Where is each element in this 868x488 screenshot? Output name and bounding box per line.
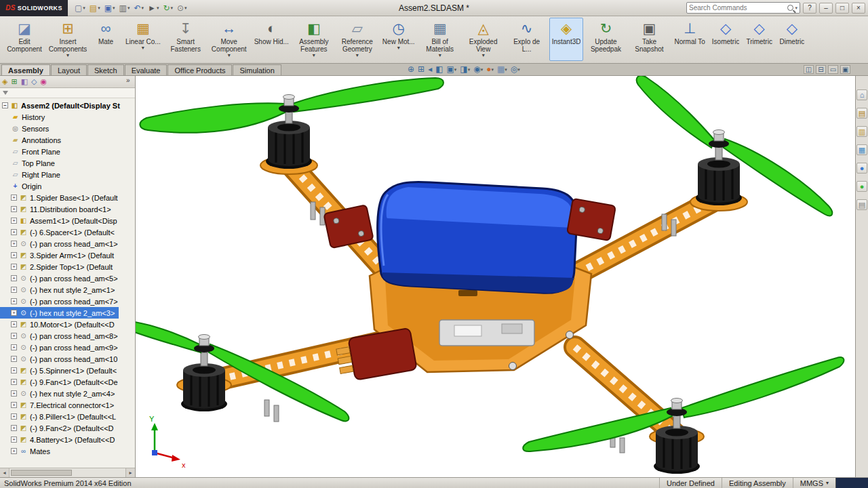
tree-item[interactable]: (-) pan cross head_am<1> <box>0 238 135 249</box>
expander-icon[interactable] <box>11 436 17 443</box>
quick-toolbar-button[interactable]: ▣ ▾ <box>103 1 117 15</box>
ribbon-button[interactable]: ↔ Move Component <box>208 18 250 61</box>
maximize-button[interactable]: □ <box>835 3 849 14</box>
dimxpertmanager-tab-icon[interactable]: ◇ <box>31 78 37 85</box>
ribbon-button[interactable]: ∞ Mate <box>90 18 121 61</box>
expander-icon[interactable] <box>11 287 17 293</box>
propertymanager-tab-icon[interactable]: ⊞ <box>11 78 17 85</box>
ribbon-button[interactable]: ↻ Update Speedpak <box>585 18 627 61</box>
battery[interactable] <box>378 182 577 293</box>
search-input[interactable] <box>689 4 787 12</box>
graphics-viewport[interactable]: x Y <box>136 76 855 477</box>
expander-icon[interactable] <box>11 402 17 408</box>
ribbon-button[interactable]: ◧ Assembly Features <box>293 18 335 61</box>
tree-item[interactable]: (-) pan cross head_am<8> <box>0 330 135 342</box>
tree-item[interactable]: Origin <box>0 180 135 192</box>
tree-item[interactable]: (-) 9.Fan<1> (Default<<De <box>0 376 135 388</box>
expander-icon[interactable] <box>11 310 17 316</box>
status-item[interactable]: Under Defined <box>659 478 722 488</box>
expander-icon[interactable] <box>11 298 17 304</box>
expander-icon[interactable] <box>11 344 17 350</box>
tree-item[interactable]: 7.Electrical connector<1> <box>0 399 135 411</box>
filter-icon[interactable] <box>3 91 8 95</box>
view-toolbar-button[interactable]: ◧ <box>435 64 443 75</box>
expander-icon[interactable] <box>11 206 17 212</box>
tree-item[interactable]: 11.Distribution board<1> <box>0 203 135 215</box>
view-toolbar-button[interactable]: ⊕ <box>407 64 415 75</box>
ribbon-button[interactable]: ◪ Edit Component <box>3 18 45 61</box>
expander-icon[interactable] <box>11 275 17 281</box>
view-palette-icon[interactable]: ▦ <box>856 144 867 155</box>
quick-toolbar-button[interactable]: ▤ ▾ <box>88 1 102 15</box>
tree-item[interactable]: Top Plane <box>0 157 135 169</box>
view-toolbar-button[interactable]: ◉ <box>473 64 484 75</box>
tree-item[interactable]: Assem1<1> (Default<Disp <box>0 215 135 226</box>
distribution-board[interactable] <box>439 320 534 346</box>
ribbon-button[interactable]: ◈ Instant3D <box>549 18 584 61</box>
tree-item[interactable]: 4.Battery<1> (Default<<D <box>0 434 135 445</box>
scroll-left-icon[interactable]: ◂ <box>0 468 9 477</box>
ribbon-button[interactable]: ◇ Dimetric <box>776 18 808 61</box>
featuremanager-tab-icon[interactable]: ◈ <box>2 78 7 85</box>
quick-toolbar-button[interactable]: ▥ ▾ <box>118 1 132 15</box>
propeller-bottom-left[interactable] <box>136 321 349 422</box>
command-tab[interactable]: Layout <box>51 64 87 75</box>
status-item[interactable]: Editing Assembly <box>722 478 793 488</box>
tree-item[interactable]: Mates <box>0 445 135 457</box>
pane-split-icon[interactable]: ◫ <box>804 65 814 74</box>
tree-item[interactable]: 1.Spider Base<1> (Default <box>0 192 135 203</box>
expander-icon[interactable] <box>11 264 17 270</box>
pane-minimize-icon[interactable]: ▭ <box>828 65 838 74</box>
panel-overflow-chevron[interactable]: » <box>126 77 130 84</box>
tree-item[interactable]: Sensors <box>0 123 135 134</box>
tree-item[interactable]: (-) pan cross head_am<9> <box>0 342 135 353</box>
tree-item[interactable]: (-) pan cross head_am<10 <box>0 353 135 365</box>
expander-icon[interactable] <box>11 241 17 247</box>
expander-icon[interactable] <box>11 321 17 327</box>
scroll-track[interactable] <box>9 468 125 477</box>
quick-toolbar-button[interactable]: ⊙ ▾ <box>176 1 189 15</box>
view-toolbar-button[interactable]: ◨ <box>459 64 471 75</box>
pane-horizontal-icon[interactable]: ⊟ <box>816 65 826 74</box>
scroll-thumb[interactable] <box>11 470 72 476</box>
tree-item[interactable]: 3.Spider Arm<1> (Default <box>0 249 135 261</box>
view-toolbar-button[interactable]: ▦ <box>496 64 508 75</box>
tree-item[interactable]: (-) 9.Fan<2> (Default<<D <box>0 422 135 434</box>
expander-icon[interactable] <box>11 367 17 373</box>
expander-icon[interactable] <box>11 356 17 362</box>
quick-toolbar-button[interactable]: ↶ ▾ <box>132 1 145 15</box>
scenes-icon[interactable]: ● <box>856 181 867 192</box>
ribbon-button[interactable]: ▦ Bill of Materials <box>419 18 461 61</box>
pane-full-icon[interactable]: ▣ <box>840 65 850 74</box>
ribbon-button[interactable]: ▱ Reference Geometry <box>336 18 378 61</box>
ribbon-button[interactable]: ⊥ Normal To <box>671 18 707 61</box>
connector-right[interactable] <box>567 199 616 241</box>
quick-toolbar-button[interactable]: ↻ ▾ <box>161 1 174 15</box>
panel-horizontal-scrollbar[interactable]: ◂ ▸ <box>0 468 135 477</box>
ribbon-button[interactable]: ◇ Isometric <box>709 18 743 61</box>
ribbon-button[interactable]: ◇ Trimetric <box>743 18 775 61</box>
tree-item[interactable]: (-) 8.Piller<1> (Default<<L <box>0 411 135 422</box>
displaymanager-tab-icon[interactable]: ◉ <box>41 78 47 85</box>
expander-icon[interactable] <box>11 195 17 201</box>
expander-icon[interactable] <box>11 448 17 454</box>
expander-icon[interactable] <box>11 425 17 431</box>
tree-item[interactable]: Annotations <box>0 134 135 146</box>
tree-item[interactable]: 2.Spider Top<1> (Default <box>0 261 135 272</box>
expander-icon[interactable] <box>2 102 8 108</box>
command-tab[interactable]: Office Products <box>167 64 232 75</box>
tree-item[interactable]: (-) 5.Spinner<1> (Default< <box>0 365 135 376</box>
file-explorer-icon[interactable]: ▥ <box>856 126 867 137</box>
view-toolbar-button[interactable]: ▣ <box>446 64 458 75</box>
configurationmanager-tab-icon[interactable]: ◧ <box>21 78 28 85</box>
view-toolbar-button[interactable]: ⊞ <box>417 64 425 75</box>
tree-item[interactable]: Front Plane <box>0 146 135 157</box>
tree-item[interactable]: Right Plane <box>0 169 135 180</box>
command-tab[interactable]: Evaluate <box>125 64 167 75</box>
ribbon-button[interactable]: ◷ New Mot... <box>380 18 418 61</box>
expander-icon[interactable] <box>11 413 17 420</box>
expander-icon[interactable] <box>11 229 17 235</box>
view-toolbar-button[interactable]: ◂ <box>427 64 433 75</box>
tree-item[interactable]: 10.Motor<1> (Default<<D <box>0 319 135 330</box>
command-tab[interactable]: Sketch <box>87 64 124 75</box>
